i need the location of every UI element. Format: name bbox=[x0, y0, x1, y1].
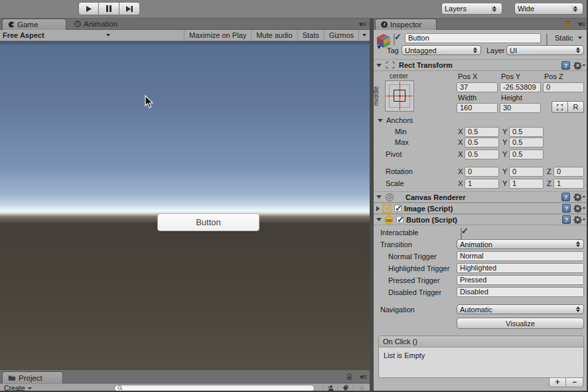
star-icon: ★ bbox=[358, 384, 365, 392]
help-icon[interactable]: ? bbox=[561, 193, 570, 201]
foldout-open-icon[interactable] bbox=[376, 64, 382, 67]
step-button[interactable] bbox=[119, 2, 140, 15]
navigation-dropdown[interactable]: Automatic bbox=[457, 304, 584, 314]
foldout-closed-icon[interactable] bbox=[376, 206, 380, 211]
aspect-dropdown[interactable]: Free Aspect bbox=[0, 30, 113, 41]
game-viewport[interactable]: Button bbox=[0, 41, 370, 370]
anchors-min-y-field[interactable]: 0.5 bbox=[509, 127, 544, 137]
help-icon[interactable]: ? bbox=[561, 61, 570, 70]
pivot-y-field[interactable]: 0.5 bbox=[509, 149, 544, 159]
mute-audio-button[interactable]: Mute audio bbox=[251, 30, 297, 41]
height-field[interactable]: 30 bbox=[500, 103, 541, 113]
ui-button-preview[interactable]: Button bbox=[157, 213, 259, 231]
anchors-foldout[interactable]: Anchors bbox=[378, 116, 413, 124]
gear-menu-icon[interactable] bbox=[573, 61, 585, 70]
pos-z-field[interactable]: 0 bbox=[543, 82, 584, 92]
anchors-min-x-field[interactable]: 0.5 bbox=[465, 127, 499, 137]
scale-label: Scale bbox=[386, 179, 404, 187]
raw-edit-button[interactable]: R bbox=[568, 101, 584, 113]
anchors-max-y-field[interactable]: 0.5 bbox=[509, 138, 544, 147]
maximize-on-play-button[interactable]: Maximize on Play bbox=[184, 30, 251, 41]
inspector-menu-icon[interactable]: ▾≡ bbox=[578, 20, 585, 29]
gear-menu-icon[interactable] bbox=[573, 215, 585, 224]
layer-dropdown[interactable]: UI bbox=[506, 45, 584, 55]
scale-x-field[interactable]: 1 bbox=[465, 179, 499, 189]
pressed-trigger-field[interactable]: Pressed bbox=[457, 275, 584, 285]
anchors-max-x-field[interactable]: 0.5 bbox=[465, 138, 499, 147]
pause-button[interactable] bbox=[99, 2, 119, 15]
transition-dropdown[interactable]: Animation bbox=[457, 239, 584, 249]
disabled-trigger-value: Disabled bbox=[460, 288, 488, 296]
rotation-y-field[interactable]: 0 bbox=[509, 167, 544, 177]
tab-animation[interactable]: Animation bbox=[74, 20, 117, 28]
project-panel-menu-icon[interactable]: ▾≡ bbox=[360, 373, 366, 381]
inspector-lock-icon[interactable] bbox=[565, 21, 571, 28]
transition-label: Transition bbox=[380, 241, 412, 248]
on-click-header[interactable]: On Click () bbox=[379, 336, 583, 347]
gear-menu-icon[interactable] bbox=[573, 204, 585, 213]
pivot-x-field[interactable]: 0.5 bbox=[465, 149, 499, 159]
static-dropdown-arrow-icon[interactable] bbox=[578, 37, 582, 39]
add-listener-button[interactable]: + bbox=[549, 377, 566, 387]
pos-x-field[interactable]: 37 bbox=[457, 82, 498, 92]
tab-game[interactable]: Game bbox=[2, 19, 66, 30]
tab-inspector[interactable]: i Inspector bbox=[375, 19, 437, 30]
tag-dropdown[interactable]: Untagged bbox=[402, 45, 481, 55]
project-lock-icon[interactable] bbox=[346, 373, 352, 381]
save-search-button[interactable]: ★ bbox=[353, 384, 370, 392]
static-checkbox[interactable] bbox=[546, 33, 548, 46]
anchors-label: Anchors bbox=[386, 116, 413, 124]
gizmos-label: Gizmos bbox=[329, 31, 354, 39]
highlighted-trigger-value: Highlighted bbox=[460, 264, 496, 272]
gameobject-name-field[interactable]: Button bbox=[405, 33, 541, 43]
minus-icon: − bbox=[572, 377, 577, 387]
canvas-renderer-header[interactable]: Canvas Renderer ? bbox=[374, 191, 588, 203]
button-enabled-checkbox[interactable] bbox=[396, 216, 404, 223]
image-enabled-checkbox[interactable] bbox=[394, 205, 402, 212]
pos-x-label: Pos X bbox=[458, 72, 477, 80]
help-icon[interactable]: ? bbox=[562, 215, 571, 224]
scale-z-field[interactable]: 1 bbox=[553, 179, 584, 189]
gear-menu-icon[interactable] bbox=[573, 193, 585, 201]
person-filter-icon bbox=[327, 385, 334, 391]
help-icon[interactable]: ? bbox=[562, 204, 571, 213]
pivot-x-value: 0.5 bbox=[468, 150, 478, 158]
rotation-z-field[interactable]: 0 bbox=[553, 167, 584, 177]
gizmos-button[interactable]: Gizmos bbox=[324, 30, 358, 41]
tag-value: Untagged bbox=[405, 47, 437, 54]
gizmos-dropdown[interactable] bbox=[358, 30, 370, 41]
stats-button[interactable]: Stats bbox=[297, 30, 324, 41]
normal-trigger-field[interactable]: Normal bbox=[457, 251, 584, 261]
search-by-label-button[interactable] bbox=[338, 384, 353, 392]
foldout-open-icon[interactable] bbox=[376, 218, 382, 221]
search-by-type-button[interactable] bbox=[323, 384, 338, 392]
gameobject-active-checkbox[interactable] bbox=[394, 33, 395, 46]
visualize-button[interactable]: Visualize bbox=[457, 318, 584, 329]
rect-transform-header[interactable]: Rect Transform ? bbox=[374, 59, 588, 71]
rotation-x-field[interactable]: 0 bbox=[465, 167, 499, 177]
gameobject-name-value: Button bbox=[408, 34, 429, 42]
image-component-icon bbox=[382, 204, 392, 213]
highlighted-trigger-field[interactable]: Highlighted bbox=[457, 263, 584, 273]
foldout-open-icon[interactable] bbox=[376, 195, 382, 199]
width-field[interactable]: 160 bbox=[457, 103, 498, 113]
main-toolbar: Layers Wide bbox=[0, 0, 588, 19]
pos-y-field[interactable]: -26.53809 bbox=[500, 82, 541, 92]
layer-label: Layer bbox=[486, 47, 505, 54]
layers-dropdown[interactable]: Layers bbox=[441, 3, 502, 15]
create-dropdown[interactable]: Create bbox=[0, 384, 36, 392]
interactable-checkbox[interactable] bbox=[461, 227, 462, 240]
disabled-trigger-field[interactable]: Disabled bbox=[457, 287, 584, 297]
game-panel-menu-icon[interactable]: ▾≡ bbox=[359, 20, 366, 29]
remove-listener-button[interactable]: − bbox=[566, 377, 583, 387]
play-button[interactable] bbox=[78, 2, 99, 15]
blueprint-mode-button[interactable] bbox=[551, 101, 568, 113]
project-search-input[interactable] bbox=[114, 385, 315, 392]
layout-dropdown[interactable]: Wide bbox=[514, 3, 583, 15]
button-component-header[interactable]: OK Button (Script) ? bbox=[374, 214, 588, 225]
scale-y-field[interactable]: 1 bbox=[509, 179, 544, 189]
tab-project[interactable]: Project bbox=[2, 371, 63, 383]
anchor-preset-widget[interactable] bbox=[385, 80, 414, 112]
pressed-trigger-label: Pressed Trigger bbox=[388, 276, 455, 284]
image-component-header[interactable]: Image (Script) ? bbox=[374, 203, 588, 214]
